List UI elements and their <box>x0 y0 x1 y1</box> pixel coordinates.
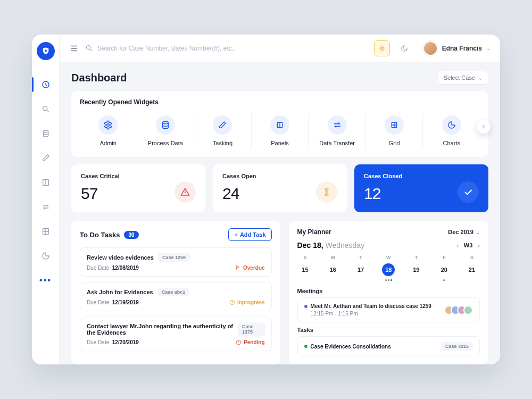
case-tag: Case 1375 <box>238 322 265 336</box>
widget-tasking[interactable]: Tasking <box>194 113 252 149</box>
search-input[interactable] <box>97 45 368 52</box>
add-task-label: Add Task <box>240 231 266 238</box>
widget-data-transfer[interactable]: Data Transfer <box>309 113 366 149</box>
hourglass-icon <box>316 181 337 203</box>
widget-label: Tasking <box>213 140 232 146</box>
nav-transfer[interactable] <box>32 196 60 218</box>
stat-title: Cases Open <box>222 173 256 179</box>
nav-dashboard[interactable] <box>32 74 60 95</box>
task-item[interactable]: Review video evidences Case 1259 Due Dat… <box>80 247 272 277</box>
week-nav: ‹ W3 › <box>456 242 480 248</box>
main-area: Edna Francis ⌄ Dashboard Select Case ⌄ R… <box>60 35 500 364</box>
meeting-item[interactable]: Meet Mr. Aethan and Team to discuss case… <box>297 297 480 322</box>
grid-icon <box>385 115 404 135</box>
widget-label: Panels <box>271 140 289 146</box>
content: Dashboard Select Case ⌄ Recently Opened … <box>60 62 500 364</box>
task-title: Contact lawyer Mr.John regarding the aut… <box>87 323 234 336</box>
user-name: Edna Francis <box>442 45 482 52</box>
meeting-avatars <box>447 305 473 315</box>
nav-grid[interactable] <box>32 221 60 242</box>
month-selector[interactable]: Dec 2019⌄ <box>448 229 480 235</box>
user-menu[interactable]: Edna Francis ⌄ <box>423 41 491 56</box>
check-icon <box>458 181 479 203</box>
tasks-title-label: To Do Tasks <box>80 231 120 239</box>
tasks-count-badge: 30 <box>124 231 138 239</box>
prev-week[interactable]: ‹ <box>456 242 459 248</box>
cal-day-active[interactable]: 18 <box>382 263 395 276</box>
nav-panels[interactable] <box>32 172 60 193</box>
tasks-title: To Do Tasks 30 <box>80 231 139 239</box>
add-task-button[interactable]: + Add Task <box>228 228 271 241</box>
widget-admin[interactable]: Admin <box>80 113 137 149</box>
dot-icon <box>304 305 307 308</box>
case-tag: Case 3215 <box>441 342 473 351</box>
tasks-card: To Do Tasks 30 + Add Task Review video e… <box>71 221 280 364</box>
alert-icon <box>174 181 196 203</box>
stat-closed[interactable]: Cases Closed 12 <box>354 164 488 212</box>
cal-day[interactable]: 15 <box>299 263 312 276</box>
next-week[interactable]: › <box>478 242 480 248</box>
svg-point-9 <box>163 121 169 124</box>
nav-edit[interactable] <box>32 147 60 169</box>
svg-point-7 <box>380 47 383 49</box>
nav-more[interactable]: ••• <box>32 270 60 291</box>
gear-icon <box>98 115 118 135</box>
panel-icon <box>270 115 289 135</box>
tasks-head: To Do Tasks 30 + Add Task <box>80 228 272 241</box>
transfer-icon <box>328 115 347 135</box>
cal-day[interactable]: 21 <box>466 263 478 276</box>
cal-day[interactable]: 19 <box>410 263 423 276</box>
nav-charts[interactable] <box>32 245 60 267</box>
cal-day[interactable]: 20 <box>438 263 451 276</box>
page-title: Dashboard <box>71 72 127 84</box>
week-label: W3 <box>464 242 473 248</box>
menu-toggle-icon[interactable] <box>69 44 79 53</box>
widget-label: Charts <box>443 140 460 146</box>
meeting-time: 12:15 Pm - 1:15 Pm <box>311 311 431 317</box>
theme-dark-button[interactable] <box>396 40 412 56</box>
widget-charts[interactable]: Charts <box>423 113 480 149</box>
planner-card: My Planner Dec 2019⌄ Dec 18, Wednesday ‹… <box>289 221 488 364</box>
svg-point-3 <box>43 130 48 132</box>
widget-label: Grid <box>389 140 400 146</box>
cal-day[interactable]: 17 <box>354 263 367 276</box>
app-window: ••• Edna Francis ⌄ <box>32 35 500 364</box>
task-item[interactable]: Contact lawyer Mr.John regarding the aut… <box>80 317 272 351</box>
widgets-card: Recently Opened Widgets Admin Process Da… <box>71 91 488 157</box>
stat-open[interactable]: Cases Open 24 <box>213 164 347 212</box>
avatar <box>463 305 473 315</box>
widget-process-data[interactable]: Process Data <box>137 113 195 149</box>
svg-point-6 <box>87 46 91 50</box>
widgets-title: Recently Opened Widgets <box>80 98 480 106</box>
planner-tasks-title: Tasks <box>297 327 480 333</box>
widget-grid[interactable]: Grid <box>366 113 423 149</box>
lower-row: To Do Tasks 30 + Add Task Review video e… <box>71 221 488 364</box>
planner-task-item[interactable]: Case Evidences Consolidations Case 3215 <box>297 336 480 356</box>
widgets-next-button[interactable] <box>477 120 491 134</box>
task-item[interactable]: Ask John for Evidences Case abc1 Due Dat… <box>80 282 272 311</box>
stat-value: 12 <box>364 185 402 203</box>
widgets-row: Admin Process Data Tasking <box>80 113 480 149</box>
nav-search[interactable] <box>32 98 60 120</box>
widget-label: Admin <box>100 140 117 146</box>
select-case-dropdown[interactable]: Select Case ⌄ <box>438 71 488 85</box>
cal-day[interactable]: 16 <box>327 263 339 276</box>
stat-title: Cases Critical <box>81 173 120 179</box>
status-pending: Pending <box>236 339 264 345</box>
svg-point-2 <box>43 106 47 111</box>
side-rail: ••• <box>32 35 60 364</box>
task-title: Ask John for Evidences <box>87 289 153 295</box>
meetings-section-title: Meetings <box>297 288 480 294</box>
stat-critical[interactable]: Cases Critical 57 <box>71 164 205 212</box>
stat-title: Cases Closed <box>364 173 402 179</box>
topbar: Edna Francis ⌄ <box>60 35 500 62</box>
status-overdue: Overdue <box>235 265 265 271</box>
plus-icon: + <box>234 231 237 238</box>
calendar-strip: S15 M16 T17 W18 T19 F20 S21 <box>297 255 480 281</box>
planner-title: My Planner <box>297 228 331 236</box>
svg-point-8 <box>107 124 110 127</box>
widget-panels[interactable]: Panels <box>252 113 309 149</box>
chart-icon <box>442 115 461 135</box>
theme-light-button[interactable] <box>374 40 390 56</box>
nav-data[interactable] <box>32 123 60 144</box>
